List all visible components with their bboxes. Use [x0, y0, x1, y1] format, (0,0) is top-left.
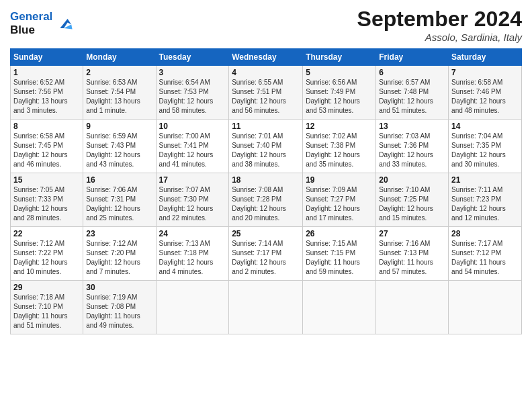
day-number: 22	[13, 229, 80, 238]
day-number: 11	[232, 122, 300, 131]
calendar-cell: 20Sunrise: 7:10 AMSunset: 7:25 PMDayligh…	[376, 173, 449, 227]
calendar-cell: 22Sunrise: 7:12 AMSunset: 7:22 PMDayligh…	[11, 227, 83, 281]
calendar-cell: 21Sunrise: 7:11 AMSunset: 7:23 PMDayligh…	[449, 173, 522, 227]
day-info: Sunrise: 7:11 AMSunset: 7:23 PMDaylight:…	[451, 185, 519, 223]
location-subtitle: Assolo, Sardinia, Italy	[357, 32, 522, 43]
day-info: Sunrise: 6:59 AMSunset: 7:43 PMDaylight:…	[86, 132, 152, 169]
calendar-cell: 13Sunrise: 7:03 AMSunset: 7:36 PMDayligh…	[376, 120, 449, 173]
weekday-header-saturday: Saturday	[449, 49, 522, 66]
day-info: Sunrise: 6:52 AMSunset: 7:56 PMDaylight:…	[13, 78, 80, 116]
calendar-cell: 4Sunrise: 6:55 AMSunset: 7:51 PMDaylight…	[229, 66, 303, 120]
calendar-week-5: 29Sunrise: 7:18 AMSunset: 7:10 PMDayligh…	[11, 281, 522, 334]
calendar-cell: 17Sunrise: 7:07 AMSunset: 7:30 PMDayligh…	[156, 173, 229, 227]
weekday-header-sunday: Sunday	[11, 49, 83, 66]
day-info: Sunrise: 7:15 AMSunset: 7:15 PMDaylight:…	[306, 239, 373, 277]
day-number: 5	[306, 68, 373, 77]
day-number: 30	[86, 283, 152, 292]
calendar-cell: 9Sunrise: 6:59 AMSunset: 7:43 PMDaylight…	[83, 120, 156, 173]
day-number: 26	[306, 229, 373, 238]
calendar-cell: 29Sunrise: 7:18 AMSunset: 7:10 PMDayligh…	[11, 281, 83, 334]
day-number: 19	[306, 175, 373, 185]
day-number: 29	[13, 283, 80, 292]
day-info: Sunrise: 7:05 AMSunset: 7:33 PMDaylight:…	[13, 185, 80, 223]
day-info: Sunrise: 7:17 AMSunset: 7:12 PMDaylight:…	[451, 239, 519, 277]
day-info: Sunrise: 6:56 AMSunset: 7:49 PMDaylight:…	[306, 78, 373, 116]
day-info: Sunrise: 6:54 AMSunset: 7:53 PMDaylight:…	[159, 78, 226, 116]
day-number: 9	[86, 122, 152, 131]
weekday-header-thursday: Thursday	[303, 49, 376, 66]
day-number: 28	[451, 229, 519, 238]
calendar-cell: 7Sunrise: 6:58 AMSunset: 7:46 PMDaylight…	[449, 66, 522, 120]
logo-icon	[54, 14, 73, 33]
day-number: 15	[13, 175, 80, 185]
calendar-cell: 2Sunrise: 6:53 AMSunset: 7:54 PMDaylight…	[83, 66, 156, 120]
day-info: Sunrise: 7:01 AMSunset: 7:40 PMDaylight:…	[232, 132, 300, 169]
calendar-cell: 14Sunrise: 7:04 AMSunset: 7:35 PMDayligh…	[449, 120, 522, 173]
calendar-cell: 27Sunrise: 7:16 AMSunset: 7:13 PMDayligh…	[376, 227, 449, 281]
day-info: Sunrise: 7:10 AMSunset: 7:25 PMDaylight:…	[379, 185, 445, 223]
weekday-header-friday: Friday	[376, 49, 449, 66]
calendar-cell: 16Sunrise: 7:06 AMSunset: 7:31 PMDayligh…	[83, 173, 156, 227]
day-number: 3	[159, 68, 226, 77]
calendar-cell	[156, 281, 229, 334]
calendar-week-1: 1Sunrise: 6:52 AMSunset: 7:56 PMDaylight…	[11, 66, 522, 120]
day-info: Sunrise: 7:03 AMSunset: 7:36 PMDaylight:…	[379, 132, 445, 169]
day-number: 20	[379, 175, 445, 185]
day-number: 12	[306, 122, 373, 131]
day-info: Sunrise: 7:16 AMSunset: 7:13 PMDaylight:…	[379, 239, 445, 277]
day-info: Sunrise: 7:06 AMSunset: 7:31 PMDaylight:…	[86, 185, 152, 223]
calendar-cell	[449, 281, 522, 334]
header-area: General Blue September 2024 Assolo, Sard…	[10, 7, 522, 43]
day-info: Sunrise: 7:00 AMSunset: 7:41 PMDaylight:…	[159, 132, 226, 169]
calendar-cell: 25Sunrise: 7:14 AMSunset: 7:17 PMDayligh…	[229, 227, 303, 281]
day-info: Sunrise: 7:18 AMSunset: 7:10 PMDaylight:…	[13, 293, 80, 330]
day-info: Sunrise: 7:02 AMSunset: 7:38 PMDaylight:…	[306, 132, 373, 169]
calendar-table: SundayMondayTuesdayWednesdayThursdayFrid…	[10, 48, 522, 334]
calendar-week-2: 8Sunrise: 6:58 AMSunset: 7:45 PMDaylight…	[11, 120, 522, 173]
day-number: 8	[13, 122, 80, 131]
day-number: 25	[232, 229, 300, 238]
day-info: Sunrise: 7:19 AMSunset: 7:08 PMDaylight:…	[86, 293, 152, 330]
weekday-header-monday: Monday	[83, 49, 156, 66]
day-number: 24	[159, 229, 226, 238]
day-info: Sunrise: 7:14 AMSunset: 7:17 PMDaylight:…	[232, 239, 300, 277]
calendar-week-3: 15Sunrise: 7:05 AMSunset: 7:33 PMDayligh…	[11, 173, 522, 227]
calendar-cell: 28Sunrise: 7:17 AMSunset: 7:12 PMDayligh…	[449, 227, 522, 281]
day-number: 4	[232, 68, 300, 77]
day-info: Sunrise: 6:55 AMSunset: 7:51 PMDaylight:…	[232, 78, 300, 116]
calendar-cell: 30Sunrise: 7:19 AMSunset: 7:08 PMDayligh…	[83, 281, 156, 334]
day-info: Sunrise: 7:12 AMSunset: 7:22 PMDaylight:…	[13, 239, 80, 277]
day-info: Sunrise: 7:13 AMSunset: 7:18 PMDaylight:…	[159, 239, 226, 277]
day-number: 6	[379, 68, 445, 77]
day-number: 17	[159, 175, 226, 185]
calendar-cell: 18Sunrise: 7:08 AMSunset: 7:28 PMDayligh…	[229, 173, 303, 227]
calendar-body: 1Sunrise: 6:52 AMSunset: 7:56 PMDaylight…	[11, 66, 522, 334]
day-number: 21	[451, 175, 519, 185]
logo-line1: General	[10, 10, 52, 23]
day-number: 7	[451, 68, 519, 77]
day-number: 1	[13, 68, 80, 77]
day-info: Sunrise: 6:57 AMSunset: 7:48 PMDaylight:…	[379, 78, 445, 116]
title-area: September 2024 Assolo, Sardinia, Italy	[357, 7, 522, 43]
day-number: 18	[232, 175, 300, 185]
day-info: Sunrise: 7:07 AMSunset: 7:30 PMDaylight:…	[159, 185, 226, 223]
calendar-cell	[303, 281, 376, 334]
day-info: Sunrise: 7:12 AMSunset: 7:20 PMDaylight:…	[86, 239, 152, 277]
calendar-cell: 11Sunrise: 7:01 AMSunset: 7:40 PMDayligh…	[229, 120, 303, 173]
day-info: Sunrise: 7:08 AMSunset: 7:28 PMDaylight:…	[232, 185, 300, 223]
calendar-cell: 23Sunrise: 7:12 AMSunset: 7:20 PMDayligh…	[83, 227, 156, 281]
day-info: Sunrise: 7:09 AMSunset: 7:27 PMDaylight:…	[306, 185, 373, 223]
weekday-header-wednesday: Wednesday	[229, 49, 303, 66]
weekday-header-tuesday: Tuesday	[156, 49, 229, 66]
day-number: 14	[451, 122, 519, 131]
day-number: 16	[86, 175, 152, 185]
month-title: September 2024	[357, 7, 522, 32]
calendar-cell: 6Sunrise: 6:57 AMSunset: 7:48 PMDaylight…	[376, 66, 449, 120]
weekday-header-row: SundayMondayTuesdayWednesdayThursdayFrid…	[11, 49, 522, 66]
day-info: Sunrise: 6:58 AMSunset: 7:45 PMDaylight:…	[13, 132, 80, 169]
calendar-cell: 3Sunrise: 6:54 AMSunset: 7:53 PMDaylight…	[156, 66, 229, 120]
day-number: 10	[159, 122, 226, 131]
calendar-container: General Blue September 2024 Assolo, Sard…	[0, 0, 532, 341]
day-number: 27	[379, 229, 445, 238]
day-info: Sunrise: 7:04 AMSunset: 7:35 PMDaylight:…	[451, 132, 519, 169]
